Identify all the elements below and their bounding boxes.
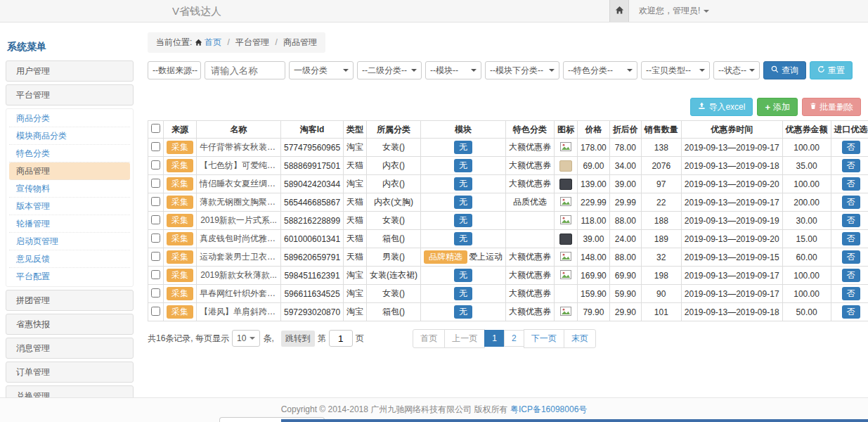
module-badge: 品牌精选 — [424, 250, 467, 264]
cell-price: 148.00 — [578, 248, 610, 267]
row-checkbox[interactable] — [151, 197, 160, 206]
import-select-toggle[interactable]: 否 — [842, 250, 860, 264]
sidebar-group[interactable]: 用户管理 — [6, 60, 134, 82]
row-checkbox[interactable] — [151, 215, 160, 224]
feature-category-select[interactable]: --特色分类-- — [563, 61, 637, 79]
sidebar-item[interactable]: 意见反馈 — [9, 250, 130, 268]
sidebar-item[interactable]: 模块商品分类 — [9, 127, 130, 145]
import-select-toggle[interactable]: 否 — [842, 269, 860, 282]
sidebar-group[interactable]: 兑换管理 — [6, 385, 134, 397]
pagination-link[interactable]: 上一页 — [444, 329, 485, 348]
breadcrumb-home-link[interactable]: 首页 — [205, 37, 221, 47]
name-search-input[interactable] — [205, 61, 285, 79]
pagination-bar: 首页上一页12下一页末页 共16条记录, 每页显示 10 条, 跳转到 第 页 — [148, 328, 861, 348]
import-excel-button[interactable]: 导入excel — [690, 98, 753, 116]
cell-coupon-amount: 50.00 — [782, 303, 831, 321]
home-icon — [195, 37, 205, 47]
level2-category-select[interactable]: --二级分类-- — [357, 61, 422, 79]
pagination-link[interactable]: 首页 — [413, 329, 445, 348]
import-select-toggle[interactable]: 否 — [842, 159, 860, 172]
sidebar-item[interactable]: 商品分类 — [9, 110, 130, 127]
cell-source: 采集 — [164, 248, 197, 267]
sidebar-item[interactable]: 平台配置 — [9, 268, 130, 286]
sidebar-item[interactable]: 轮播管理 — [9, 215, 130, 233]
sidebar-group[interactable]: 消息管理 — [6, 338, 134, 359]
cell-import-select: 否 — [831, 212, 868, 230]
batch-delete-button[interactable]: 批量删除 — [802, 98, 861, 116]
sidebar-item[interactable]: 特色分类 — [9, 145, 130, 162]
row-checkbox[interactable] — [151, 160, 160, 170]
row-checkbox[interactable] — [151, 142, 160, 151]
pagination-link[interactable]: 1 — [484, 330, 505, 347]
level1-category-select[interactable]: 一级分类 — [289, 61, 354, 79]
home-button[interactable] — [609, 0, 629, 22]
cell-icon — [555, 175, 578, 193]
source-badge: 采集 — [167, 159, 193, 172]
row-checkbox[interactable] — [151, 288, 160, 298]
import-select-toggle[interactable]: 否 — [842, 141, 860, 154]
cell-product-name: 真皮钱包时尚优雅女士... — [197, 230, 281, 248]
cell-sales-count: 189 — [641, 230, 681, 248]
broken-image-icon — [560, 198, 571, 208]
row-checkbox[interactable] — [151, 307, 160, 316]
page-number-input[interactable] — [329, 330, 353, 347]
cell-import-select: 否 — [831, 285, 868, 303]
pagination-link[interactable]: 末页 — [564, 329, 596, 348]
pagination-link[interactable]: 下一页 — [524, 329, 564, 348]
cell-product-name: 运动套装男士卫衣初秋... — [197, 248, 281, 267]
sidebar-item[interactable]: 商品管理 — [9, 162, 130, 180]
sidebar-item[interactable]: 启动页管理 — [9, 233, 130, 250]
row-checkbox[interactable] — [151, 234, 160, 243]
jump-suffix: 页 — [356, 333, 364, 345]
cell-discount-price: 29.99 — [609, 193, 641, 212]
icp-link[interactable]: 粤ICP备16098006号 — [510, 404, 587, 414]
records-summary-suffix: 条, — [263, 333, 273, 345]
table-header-row: 来源名称淘客Id类型所属分类模块特色分类图标价格折后价销售数量优惠券时间优惠券金… — [148, 121, 868, 139]
cell-taoke-id: 601000601341 — [281, 230, 344, 248]
select-all-checkbox[interactable] — [151, 124, 160, 133]
cell-taoke-id: 589620659791 — [281, 248, 344, 267]
sidebar-group[interactable]: 拼团管理 — [6, 290, 134, 311]
jump-to-page-button[interactable]: 跳转到 — [281, 331, 315, 347]
cell-sales-count: 97 — [641, 175, 681, 193]
per-page-select[interactable]: 10 — [232, 330, 260, 347]
sidebar-group[interactable]: 订单管理 — [6, 362, 134, 383]
import-select-toggle[interactable]: 否 — [842, 177, 860, 191]
item-type-select[interactable]: --宝贝类型-- — [641, 61, 710, 79]
module-select[interactable]: --模块-- — [425, 61, 481, 79]
cell-module: 无 — [421, 285, 506, 303]
module-subcategory-select[interactable]: --模块下分类-- — [485, 61, 559, 79]
row-checkbox[interactable] — [151, 270, 160, 279]
cell-category: 女装() — [367, 139, 421, 157]
header-cell: 折后价 — [609, 121, 641, 139]
sidebar-item[interactable]: 版本管理 — [9, 198, 130, 215]
cell-source: 采集 — [164, 230, 197, 248]
user-menu[interactable]: 欢迎您，管理员! — [639, 5, 709, 17]
refresh-icon — [817, 65, 825, 75]
import-select-toggle[interactable]: 否 — [842, 214, 860, 227]
status-select[interactable]: --状态-- — [713, 61, 760, 79]
reset-button[interactable]: 重置 — [810, 61, 853, 79]
import-select-toggle[interactable]: 否 — [842, 287, 860, 300]
sidebar-item[interactable]: 宣传物料 — [9, 180, 130, 198]
cell-feature-category: 大额优惠券 — [506, 175, 555, 193]
row-checkbox[interactable] — [151, 179, 160, 188]
header-cell: 优惠券时间 — [681, 121, 782, 139]
search-button[interactable]: 查询 — [763, 61, 806, 79]
cell-type: 淘宝 — [344, 285, 367, 303]
pagination-link[interactable]: 2 — [504, 330, 524, 347]
add-button[interactable]: + 添加 — [757, 98, 798, 116]
chevron-down-icon — [699, 69, 705, 72]
sidebar-title: 系统菜单 — [6, 35, 134, 60]
cell-import-select: 否 — [831, 303, 868, 321]
row-checkbox[interactable] — [151, 252, 160, 261]
import-select-toggle[interactable]: 否 — [842, 305, 860, 319]
cell-icon — [555, 193, 578, 212]
data-source-select[interactable]: --数据来源-- — [148, 61, 201, 79]
sidebar-group[interactable]: 省惠快报 — [6, 314, 134, 335]
cell-type: 淘宝 — [344, 139, 367, 157]
sidebar-group[interactable]: 平台管理 — [6, 84, 134, 106]
import-select-toggle[interactable]: 否 — [842, 196, 860, 209]
import-select-toggle[interactable]: 否 — [842, 232, 860, 245]
cell-product-name: 【港风】单肩斜跨链条... — [197, 303, 281, 321]
